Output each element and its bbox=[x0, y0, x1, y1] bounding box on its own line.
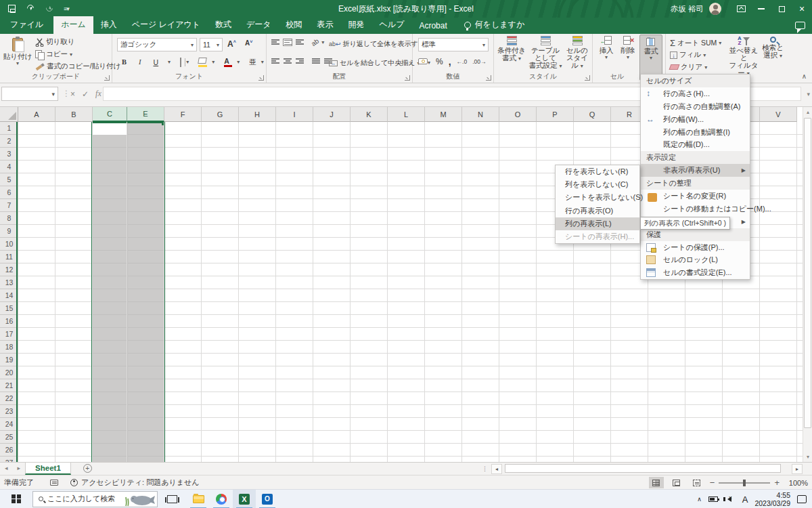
copy-button[interactable]: コピー▾ bbox=[35, 49, 72, 59]
start-button[interactable] bbox=[0, 490, 32, 508]
tab-splitter-handle[interactable]: ⋮ bbox=[482, 465, 489, 472]
insert-cells-button[interactable]: ← 挿入▾ bbox=[595, 36, 617, 74]
decrease-decimal-button[interactable]: .00→ bbox=[472, 58, 486, 65]
percent-style-button[interactable]: % bbox=[436, 57, 443, 66]
paste-button[interactable]: 貼り付け ▾ bbox=[3, 36, 32, 74]
row-header-4[interactable]: 4 bbox=[0, 161, 18, 173]
row-header-8[interactable]: 8 bbox=[0, 212, 18, 225]
active-cell-C1[interactable] bbox=[93, 122, 127, 135]
menu-item-3[interactable]: ↔列の幅(W)... bbox=[641, 113, 750, 126]
clear-button[interactable]: クリア▾ bbox=[670, 62, 707, 72]
normal-view-button[interactable] bbox=[649, 477, 664, 488]
row-header-11[interactable]: 11 bbox=[0, 251, 18, 263]
row-header-6[interactable]: 6 bbox=[0, 186, 18, 199]
ribbon-tab-挿入[interactable]: 挿入 bbox=[93, 16, 125, 34]
horizontal-scrollbar[interactable]: ⋮ ◂ ▸ bbox=[482, 463, 803, 474]
scroll-left-button[interactable]: ◂ bbox=[491, 464, 502, 474]
column-header-P[interactable]: P bbox=[537, 107, 574, 122]
volume-muted-icon[interactable] bbox=[725, 496, 731, 502]
row-header-19[interactable]: 19 bbox=[0, 354, 18, 366]
font-name-select[interactable]: 游ゴシック▾ bbox=[117, 38, 197, 51]
zoom-in-button[interactable]: + bbox=[774, 480, 780, 486]
action-center-icon[interactable] bbox=[797, 495, 807, 503]
cell-styles-button[interactable]: セルのスタイル ▾ bbox=[563, 36, 591, 74]
next-sheet-arrow[interactable]: ▸ bbox=[13, 463, 26, 475]
ime-indicator[interactable]: A bbox=[742, 494, 748, 505]
insert-function-icon[interactable]: fx bbox=[95, 89, 102, 99]
column-header-I[interactable]: I bbox=[276, 107, 313, 122]
menu-item-10[interactable]: シートの移動またはコピー(M)... bbox=[641, 203, 750, 215]
row-header-26[interactable]: 26 bbox=[0, 444, 18, 457]
vertical-scrollbar[interactable]: ▴ ▾ bbox=[803, 107, 812, 462]
redo-button[interactable] bbox=[45, 3, 55, 14]
scroll-up-button[interactable]: ▴ bbox=[803, 107, 812, 117]
find-select-button[interactable]: 検索と選択 ▾ bbox=[759, 36, 786, 74]
column-header-Q[interactable]: Q bbox=[574, 107, 611, 122]
customize-qat-button[interactable]: ≡▾ bbox=[64, 5, 69, 12]
menu-item-13[interactable]: シートの保護(P)... bbox=[641, 241, 750, 254]
vertical-scroll-thumb[interactable] bbox=[804, 118, 811, 428]
autosum-button[interactable]: Σ オート SUM▾ bbox=[670, 38, 721, 48]
row-header-13[interactable]: 13 bbox=[0, 276, 18, 289]
underline-button[interactable]: U bbox=[151, 58, 162, 67]
row-header-20[interactable]: 20 bbox=[0, 366, 18, 379]
row-header-22[interactable]: 22 bbox=[0, 392, 18, 405]
align-bottom-button[interactable] bbox=[295, 39, 304, 46]
decrease-font-button[interactable]: A˅ bbox=[245, 39, 252, 47]
row-header-2[interactable]: 2 bbox=[0, 135, 18, 148]
row-header-12[interactable]: 12 bbox=[0, 263, 18, 276]
tell-me-box[interactable]: 何をしますか bbox=[464, 19, 524, 34]
row-header-15[interactable]: 15 bbox=[0, 302, 18, 315]
submenu-item-4[interactable]: 列の再表示(L) bbox=[556, 217, 639, 230]
decrease-indent-button[interactable] bbox=[311, 58, 321, 65]
increase-font-button[interactable]: A˄ bbox=[227, 39, 236, 49]
menu-item-1[interactable]: ↕行の高さ(H)... bbox=[641, 87, 750, 100]
menu-item-9[interactable]: シート名の変更(R) bbox=[641, 190, 750, 203]
zoom-slider-thumb[interactable] bbox=[743, 480, 746, 486]
wrap-text-button[interactable]: ab↩ 折り返して全体を表示する bbox=[329, 39, 425, 49]
battery-icon[interactable] bbox=[708, 496, 718, 502]
ribbon-tab-校閲[interactable]: 校閲 bbox=[279, 16, 310, 34]
format-painter-button[interactable]: 書式のコピー/貼り付け bbox=[35, 62, 120, 71]
column-header-G[interactable]: G bbox=[202, 107, 239, 122]
bold-button[interactable]: B bbox=[119, 58, 129, 66]
menu-item-15[interactable]: セルの書式設定(E)... bbox=[641, 266, 750, 279]
column-header-O[interactable]: O bbox=[499, 107, 537, 122]
expand-formula-bar-icon[interactable]: ▾ bbox=[807, 91, 810, 98]
taskbar-search-box[interactable]: ここに入力して検索 bbox=[32, 491, 158, 507]
row-header-14[interactable]: 14 bbox=[0, 289, 18, 302]
ribbon-tab-データ[interactable]: データ bbox=[239, 16, 279, 34]
row-header-17[interactable]: 17 bbox=[0, 328, 18, 341]
save-button[interactable] bbox=[7, 3, 18, 14]
submenu-item-0[interactable]: 行を表示しない(R) bbox=[556, 165, 639, 178]
delete-cells-button[interactable]: × 削除▾ bbox=[617, 36, 639, 74]
menu-item-2[interactable]: 行の高さの自動調整(A) bbox=[641, 100, 750, 113]
row-header-16[interactable]: 16 bbox=[0, 315, 18, 328]
row-header-1[interactable]: 1 bbox=[0, 122, 18, 135]
increase-decimal-button[interactable]: ←.0 bbox=[457, 58, 468, 65]
italic-button[interactable]: I bbox=[136, 58, 144, 66]
ribbon-tab-ページ レイアウト[interactable]: ページ レイアウト bbox=[125, 16, 208, 34]
taskbar-outlook[interactable]: O bbox=[256, 490, 279, 508]
scroll-right-button[interactable]: ▸ bbox=[792, 464, 803, 474]
number-format-select[interactable]: 標準▾ bbox=[418, 38, 489, 51]
borders-button[interactable] bbox=[177, 58, 184, 67]
cancel-formula-icon[interactable]: × bbox=[70, 89, 75, 99]
orientation-button[interactable]: ab bbox=[310, 37, 320, 47]
scroll-down-button[interactable]: ▾ bbox=[803, 452, 812, 462]
column-header-N[interactable]: N bbox=[462, 107, 499, 122]
clipboard-dialog-launcher[interactable] bbox=[104, 75, 110, 81]
font-dialog-launcher[interactable] bbox=[258, 75, 264, 81]
ribbon-tab-開発[interactable]: 開発 bbox=[341, 16, 372, 34]
cut-button[interactable]: 切り取り bbox=[35, 37, 75, 47]
undo-button[interactable] bbox=[26, 3, 37, 14]
fill-button[interactable]: ↓ フィル▾ bbox=[670, 50, 706, 60]
taskbar-clock[interactable]: 4:55 2023/03/29 bbox=[754, 491, 790, 507]
page-layout-view-button[interactable] bbox=[669, 477, 684, 488]
column-header-K[interactable]: K bbox=[351, 107, 388, 122]
ribbon-tab-数式[interactable]: 数式 bbox=[208, 16, 239, 34]
new-sheet-button[interactable]: + bbox=[83, 464, 92, 473]
row-header-5[interactable]: 5 bbox=[0, 173, 18, 186]
taskbar-chrome[interactable] bbox=[210, 490, 233, 508]
menu-item-7[interactable]: ▶非表示/再表示(U) bbox=[641, 164, 750, 177]
